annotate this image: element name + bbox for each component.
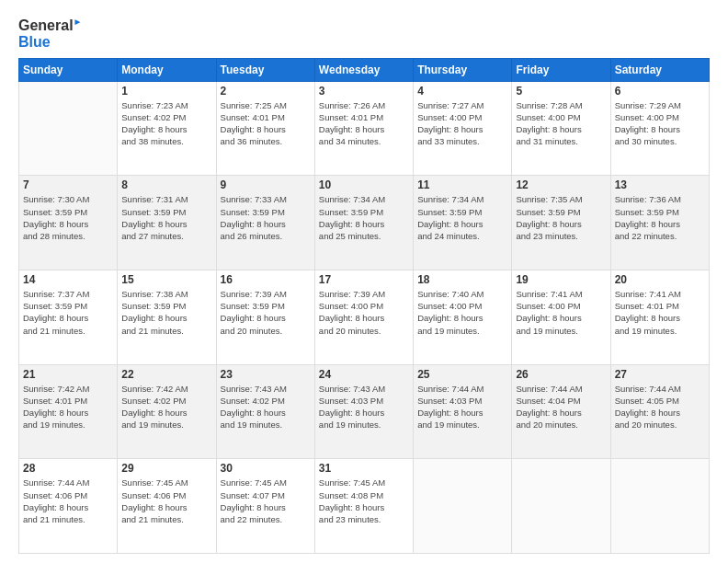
day-info: Sunrise: 7:42 AM Sunset: 4:02 PM Dayligh… bbox=[121, 383, 211, 431]
day-number: 17 bbox=[319, 273, 409, 286]
day-info: Sunrise: 7:35 AM Sunset: 3:59 PM Dayligh… bbox=[516, 193, 606, 242]
calendar-cell: 23Sunrise: 7:43 AM Sunset: 4:02 PM Dayli… bbox=[216, 364, 314, 459]
day-info: Sunrise: 7:44 AM Sunset: 4:06 PM Dayligh… bbox=[23, 477, 113, 525]
weekday-tuesday: Tuesday bbox=[216, 58, 314, 81]
calendar-week-1: 1Sunrise: 7:23 AM Sunset: 4:02 PM Daylig… bbox=[19, 81, 710, 176]
calendar-cell: 27Sunrise: 7:44 AM Sunset: 4:05 PM Dayli… bbox=[610, 364, 709, 459]
day-info: Sunrise: 7:25 AM Sunset: 4:01 PM Dayligh… bbox=[221, 99, 311, 148]
day-info: Sunrise: 7:44 AM Sunset: 4:03 PM Dayligh… bbox=[417, 383, 507, 431]
weekday-header-row: SundayMondayTuesdayWednesdayThursdayFrid… bbox=[19, 58, 710, 81]
day-number: 11 bbox=[417, 178, 507, 191]
calendar-cell: 18Sunrise: 7:40 AM Sunset: 4:00 PM Dayli… bbox=[414, 270, 512, 364]
day-number: 18 bbox=[417, 273, 507, 286]
day-info: Sunrise: 7:26 AM Sunset: 4:01 PM Dayligh… bbox=[319, 99, 409, 148]
calendar-cell: 4Sunrise: 7:27 AM Sunset: 4:00 PM Daylig… bbox=[414, 81, 512, 176]
calendar-cell bbox=[414, 459, 512, 554]
day-number: 20 bbox=[615, 273, 705, 286]
weekday-monday: Monday bbox=[118, 58, 216, 81]
calendar-cell: 30Sunrise: 7:45 AM Sunset: 4:07 PM Dayli… bbox=[216, 459, 314, 554]
weekday-saturday: Saturday bbox=[610, 58, 709, 81]
day-info: Sunrise: 7:45 AM Sunset: 4:06 PM Dayligh… bbox=[121, 477, 211, 525]
day-info: Sunrise: 7:30 AM Sunset: 3:59 PM Dayligh… bbox=[23, 193, 113, 242]
day-info: Sunrise: 7:37 AM Sunset: 3:59 PM Dayligh… bbox=[23, 288, 113, 337]
weekday-sunday: Sunday bbox=[19, 58, 118, 81]
calendar-cell: 19Sunrise: 7:41 AM Sunset: 4:00 PM Dayli… bbox=[512, 270, 610, 364]
day-number: 14 bbox=[23, 273, 113, 286]
day-number: 15 bbox=[121, 273, 211, 286]
calendar-cell: 12Sunrise: 7:35 AM Sunset: 3:59 PM Dayli… bbox=[512, 176, 610, 270]
day-info: Sunrise: 7:39 AM Sunset: 4:00 PM Dayligh… bbox=[319, 288, 409, 337]
day-info: Sunrise: 7:39 AM Sunset: 3:59 PM Dayligh… bbox=[221, 288, 311, 337]
day-number: 29 bbox=[121, 462, 211, 475]
calendar-cell: 14Sunrise: 7:37 AM Sunset: 3:59 PM Dayli… bbox=[19, 270, 118, 364]
calendar-cell: 6Sunrise: 7:29 AM Sunset: 4:00 PM Daylig… bbox=[610, 81, 709, 176]
day-number: 7 bbox=[23, 178, 113, 191]
day-number: 26 bbox=[516, 368, 606, 381]
day-number: 5 bbox=[516, 85, 606, 98]
calendar-week-2: 7Sunrise: 7:30 AM Sunset: 3:59 PM Daylig… bbox=[19, 176, 710, 270]
day-number: 21 bbox=[23, 368, 113, 381]
weekday-wednesday: Wednesday bbox=[314, 58, 413, 81]
day-number: 8 bbox=[121, 178, 211, 191]
day-number: 24 bbox=[319, 368, 409, 381]
calendar-week-5: 28Sunrise: 7:44 AM Sunset: 4:06 PM Dayli… bbox=[19, 459, 710, 554]
day-info: Sunrise: 7:45 AM Sunset: 4:07 PM Dayligh… bbox=[221, 477, 311, 525]
calendar-cell bbox=[19, 81, 118, 176]
day-number: 27 bbox=[615, 368, 705, 381]
day-number: 9 bbox=[221, 178, 311, 191]
calendar-cell: 2Sunrise: 7:25 AM Sunset: 4:01 PM Daylig… bbox=[216, 81, 314, 176]
day-info: Sunrise: 7:28 AM Sunset: 4:00 PM Dayligh… bbox=[516, 99, 606, 148]
calendar-cell: 25Sunrise: 7:44 AM Sunset: 4:03 PM Dayli… bbox=[414, 364, 512, 459]
calendar-cell: 13Sunrise: 7:36 AM Sunset: 3:59 PM Dayli… bbox=[610, 176, 709, 270]
day-number: 12 bbox=[516, 178, 606, 191]
logo-blue: Blue bbox=[18, 34, 83, 51]
calendar-cell: 24Sunrise: 7:43 AM Sunset: 4:03 PM Dayli… bbox=[314, 364, 413, 459]
day-number: 30 bbox=[221, 462, 311, 475]
weekday-thursday: Thursday bbox=[414, 58, 512, 81]
day-number: 28 bbox=[23, 462, 113, 475]
day-info: Sunrise: 7:42 AM Sunset: 4:01 PM Dayligh… bbox=[23, 383, 113, 431]
calendar-cell: 9Sunrise: 7:33 AM Sunset: 3:59 PM Daylig… bbox=[216, 176, 314, 270]
calendar-cell: 15Sunrise: 7:38 AM Sunset: 3:59 PM Dayli… bbox=[118, 270, 216, 364]
day-number: 25 bbox=[417, 368, 507, 381]
day-number: 6 bbox=[615, 85, 705, 98]
day-info: Sunrise: 7:33 AM Sunset: 3:59 PM Dayligh… bbox=[221, 193, 311, 242]
day-info: Sunrise: 7:44 AM Sunset: 4:05 PM Dayligh… bbox=[615, 383, 705, 431]
calendar-table: SundayMondayTuesdayWednesdayThursdayFrid… bbox=[18, 58, 710, 554]
logo-wordmark: General► Blue bbox=[18, 17, 83, 51]
page: General► Blue SundayMondayTuesdayWednesd… bbox=[0, 0, 728, 563]
calendar-cell: 28Sunrise: 7:44 AM Sunset: 4:06 PM Dayli… bbox=[19, 459, 118, 554]
calendar-cell bbox=[610, 459, 709, 554]
day-number: 16 bbox=[221, 273, 311, 286]
calendar-cell: 5Sunrise: 7:28 AM Sunset: 4:00 PM Daylig… bbox=[512, 81, 610, 176]
day-info: Sunrise: 7:43 AM Sunset: 4:03 PM Dayligh… bbox=[319, 383, 409, 431]
day-info: Sunrise: 7:31 AM Sunset: 3:59 PM Dayligh… bbox=[121, 193, 211, 242]
calendar-cell: 31Sunrise: 7:45 AM Sunset: 4:08 PM Dayli… bbox=[314, 459, 413, 554]
calendar-cell: 1Sunrise: 7:23 AM Sunset: 4:02 PM Daylig… bbox=[118, 81, 216, 176]
day-info: Sunrise: 7:36 AM Sunset: 3:59 PM Dayligh… bbox=[615, 193, 705, 242]
day-info: Sunrise: 7:23 AM Sunset: 4:02 PM Dayligh… bbox=[121, 99, 211, 148]
calendar-week-3: 14Sunrise: 7:37 AM Sunset: 3:59 PM Dayli… bbox=[19, 270, 710, 364]
calendar-cell: 16Sunrise: 7:39 AM Sunset: 3:59 PM Dayli… bbox=[216, 270, 314, 364]
calendar-cell: 7Sunrise: 7:30 AM Sunset: 3:59 PM Daylig… bbox=[19, 176, 118, 270]
calendar-cell: 29Sunrise: 7:45 AM Sunset: 4:06 PM Dayli… bbox=[118, 459, 216, 554]
calendar-cell: 17Sunrise: 7:39 AM Sunset: 4:00 PM Dayli… bbox=[314, 270, 413, 364]
calendar-cell: 26Sunrise: 7:44 AM Sunset: 4:04 PM Dayli… bbox=[512, 364, 610, 459]
calendar-cell bbox=[512, 459, 610, 554]
day-number: 10 bbox=[319, 178, 409, 191]
day-number: 23 bbox=[221, 368, 311, 381]
day-info: Sunrise: 7:29 AM Sunset: 4:00 PM Dayligh… bbox=[615, 99, 705, 148]
calendar-cell: 20Sunrise: 7:41 AM Sunset: 4:01 PM Dayli… bbox=[610, 270, 709, 364]
calendar-cell: 22Sunrise: 7:42 AM Sunset: 4:02 PM Dayli… bbox=[118, 364, 216, 459]
day-info: Sunrise: 7:43 AM Sunset: 4:02 PM Dayligh… bbox=[221, 383, 311, 431]
day-info: Sunrise: 7:44 AM Sunset: 4:04 PM Dayligh… bbox=[516, 383, 606, 431]
calendar-cell: 10Sunrise: 7:34 AM Sunset: 3:59 PM Dayli… bbox=[314, 176, 413, 270]
calendar-cell: 21Sunrise: 7:42 AM Sunset: 4:01 PM Dayli… bbox=[19, 364, 118, 459]
day-number: 2 bbox=[221, 85, 311, 98]
day-info: Sunrise: 7:27 AM Sunset: 4:00 PM Dayligh… bbox=[417, 99, 507, 148]
weekday-friday: Friday bbox=[512, 58, 610, 81]
day-number: 1 bbox=[121, 85, 211, 98]
calendar-cell: 3Sunrise: 7:26 AM Sunset: 4:01 PM Daylig… bbox=[314, 81, 413, 176]
header: General► Blue bbox=[18, 17, 710, 51]
day-info: Sunrise: 7:40 AM Sunset: 4:00 PM Dayligh… bbox=[417, 288, 507, 337]
